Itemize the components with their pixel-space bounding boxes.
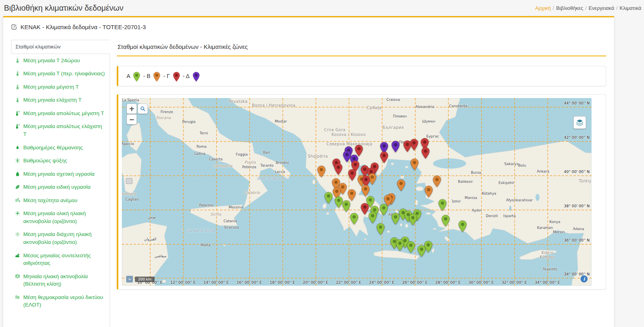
droplet-icon xyxy=(15,171,21,177)
sidebar-item-label: Μέση ταχύτητα ανέμου xyxy=(23,197,77,204)
station-marker[interactable] xyxy=(379,204,388,217)
sun-icon xyxy=(15,211,21,216)
legend-zone-label: Α xyxy=(127,73,130,79)
sidebar-item[interactable]: Μέση μηνιαία απολύτως ελάχιστη Τ xyxy=(11,120,110,141)
sidebar-item[interactable]: Μέση μηνιαία Τ 24ώρου xyxy=(11,54,110,67)
sidebar-item-label: Μέση μηνιαία ολική ηλιακή ακτινοβολία (ο… xyxy=(23,210,106,225)
flame-icon xyxy=(15,145,21,150)
sidebar-item-label: Βαθμοώρες ψύξης xyxy=(23,157,67,165)
thermometer-icon xyxy=(15,97,21,102)
card-title: ΚΕΝΑΚ - Κλιματικά δεδομένα - ΤΟΤΕΕ-20701… xyxy=(21,24,146,30)
sidebar-item-label: Μέση μηνιαία Τ (περ. ηλιοφάνειας) xyxy=(23,70,105,78)
station-marker[interactable] xyxy=(324,192,333,206)
tab-panel: Σταθμοί κλιματικών δεδομένων - Κλιματικέ… xyxy=(110,40,606,327)
breadcrumb-separator: / xyxy=(616,5,618,11)
legend-pin-icon xyxy=(153,72,161,82)
sidebar-item[interactable]: Μέση μηνιαία ειδική υγρασία xyxy=(11,180,110,194)
sidebar-item[interactable]: Μέση μηνιαία ολική ηλιακή ακτινοβολία (ο… xyxy=(11,207,110,228)
station-marker[interactable] xyxy=(438,199,447,213)
legend-pin-icon xyxy=(133,72,140,82)
station-marker[interactable] xyxy=(441,215,450,229)
snowflake-icon xyxy=(15,158,21,163)
edit-icon xyxy=(11,24,17,30)
thermometer-icon xyxy=(15,71,21,76)
sidebar-item-label: Μέση θερμοκρασία νερού δικτύου (ΕΛΟΤ) xyxy=(23,294,106,309)
sidebar-item-label: Μέση μηνιαία σχετική υγρασία xyxy=(23,170,95,178)
page-title: Βιβλιοθήκη κλιματικών δεδομένων xyxy=(4,4,123,13)
thermometer-degree-icon xyxy=(15,124,21,129)
sidebar-item-label: Μηνιαία ηλιακή ακτινοβολία (Βέλτιστη κλί… xyxy=(23,273,106,288)
station-marker[interactable] xyxy=(407,241,416,255)
station-marker[interactable] xyxy=(380,151,389,165)
map[interactable]: + − xyxy=(122,98,592,286)
station-marker[interactable] xyxy=(317,165,326,179)
solar-panel-icon xyxy=(15,274,21,279)
sidebar-list: Σταθμοί κλιματικώνΜέση μηνιαία Τ 24ώρουΜ… xyxy=(11,40,110,327)
station-marker[interactable] xyxy=(410,158,419,172)
breadcrumb-item[interactable]: Αρχική xyxy=(535,5,551,11)
station-marker[interactable] xyxy=(391,213,400,227)
station-marker[interactable] xyxy=(396,239,405,253)
station-marker[interactable] xyxy=(350,213,359,227)
station-marker[interactable] xyxy=(334,163,343,177)
attribution-button[interactable]: i xyxy=(581,275,588,282)
thermometer-degree-icon xyxy=(15,111,21,116)
map-search-button[interactable] xyxy=(138,104,148,114)
sidebar-item-label: Μέση μηνιαία ειδική υγρασία xyxy=(23,183,91,191)
sidebar-item[interactable]: Μέση μηνιαία σχετική υγρασία xyxy=(11,167,110,181)
sidebar-item[interactable]: Μέση μηνιαία απολύτως μέγιστη Τ xyxy=(11,107,110,120)
sidebar-item[interactable]: Μέσος μηνιαίος συντελεστής αιθριότητας xyxy=(11,249,110,270)
waves-icon xyxy=(15,295,21,300)
thermometer-icon xyxy=(15,84,21,89)
card-header: ΚΕΝΑΚ - Κλιματικά δεδομένα - ΤΟΤΕΕ-20701… xyxy=(3,17,614,34)
legend-pin-icon xyxy=(173,72,180,82)
station-marker[interactable] xyxy=(433,175,442,189)
station-marker[interactable] xyxy=(458,220,467,234)
expand-button[interactable]: » xyxy=(126,276,133,282)
station-marker[interactable] xyxy=(348,169,357,183)
station-marker[interactable] xyxy=(403,140,412,154)
sidebar-item-label: Μέση μηνιαία διάχυτη ηλιακή ακτινοβολία … xyxy=(23,230,106,246)
sidebar-item[interactable]: Μέση θερμοκρασία νερού δικτύου (ΕΛΟΤ) xyxy=(11,291,110,312)
legend-zone-label: - Γ xyxy=(163,73,170,79)
sidebar-item-label: Μέση μηνιαία μέγιστη Τ xyxy=(23,83,79,91)
legend-zone-label: - Β xyxy=(143,73,150,79)
sidebar-item-label: Μέση μηνιαία ελάχιστη Τ xyxy=(23,96,82,104)
zoom-out-button[interactable]: − xyxy=(127,114,137,124)
zoom-in-button[interactable]: + xyxy=(127,104,137,114)
sidebar-item-active[interactable]: Σταθμοί κλιματικών xyxy=(11,40,110,54)
station-marker[interactable] xyxy=(342,200,351,214)
zone-legend-content: Α - Β - Γ - Δ xyxy=(125,71,201,81)
content-title: Σταθμοί κλιματικών δεδομένων - Κλιματικέ… xyxy=(117,40,606,56)
sidebar-item[interactable]: Βαθμοημέρες θέρμανσης xyxy=(11,141,110,154)
station-marker[interactable] xyxy=(421,147,430,161)
breadcrumb: Αρχική/Βιβλιοθήκες/Ενεργειακά/Κλιματικά xyxy=(533,5,643,11)
station-marker[interactable] xyxy=(424,186,433,199)
leaf-icon xyxy=(15,184,21,190)
sidebar-item[interactable]: Μέση μηνιαία Τ (περ. ηλιοφάνειας) xyxy=(11,67,110,80)
sidebar-item-label: Σταθμοί κλιματικών xyxy=(15,43,60,51)
zone-legend: Α - Β - Γ - Δ xyxy=(117,66,606,86)
sidebar-item-label: Μέσος μηνιαίος συντελεστής αιθριότητας xyxy=(23,252,106,267)
station-marker[interactable] xyxy=(417,245,426,259)
breadcrumb-item[interactable]: Κλιματικά xyxy=(620,5,641,11)
breadcrumb-item[interactable]: Βιβλιοθήκες xyxy=(556,5,583,11)
sidebar-item[interactable]: Μέση μηνιαία μέγιστη Τ xyxy=(11,80,110,94)
sidebar-item[interactable]: Μέση μηνιαία διάχυτη ηλιακή ακτινοβολία … xyxy=(11,228,110,249)
sidebar-item[interactable]: Μηνιαία ηλιακή ακτινοβολία (Βέλτιστη κλί… xyxy=(11,270,110,291)
collapsed-control-tab[interactable] xyxy=(126,178,133,184)
station-marker[interactable] xyxy=(391,141,400,154)
legend-zone-label: - Δ xyxy=(183,73,190,79)
station-marker[interactable] xyxy=(397,179,406,193)
sidebar-item[interactable]: Βαθμοώρες ψύξης xyxy=(11,154,110,167)
sidebar-item[interactable]: Μέση μηνιαία ελάχιστη Τ xyxy=(11,93,110,107)
sidebar-item[interactable]: Μέση ταχύτητα ανέμου xyxy=(11,194,110,207)
magnifier-icon xyxy=(140,106,146,112)
station-marker[interactable] xyxy=(409,214,418,227)
layers-button[interactable] xyxy=(573,116,586,129)
sidebar-item-label: Μέση μηνιαία απολύτως ελάχιστη Τ xyxy=(23,123,106,138)
card-body: Σταθμοί κλιματικώνΜέση μηνιαία Τ 24ώρουΜ… xyxy=(3,34,614,327)
station-marker[interactable] xyxy=(376,223,385,237)
breadcrumb-item[interactable]: Ενεργειακά xyxy=(589,5,614,11)
map-land-base xyxy=(122,98,592,286)
